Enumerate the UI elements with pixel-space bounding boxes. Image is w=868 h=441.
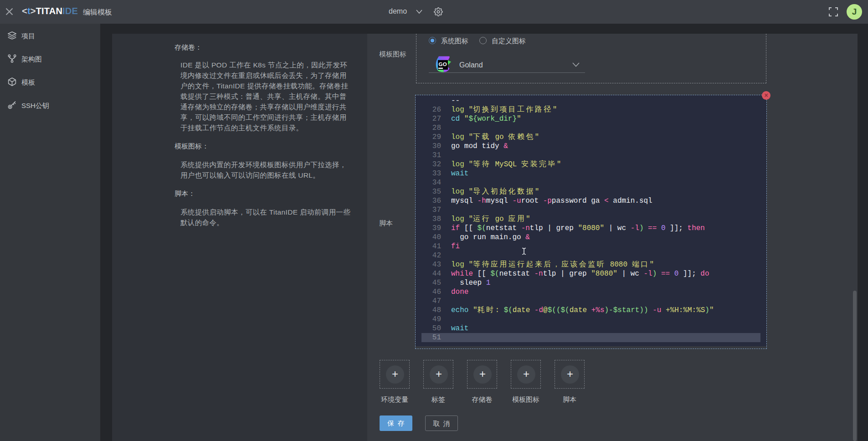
svg-text:GO: GO [439, 62, 447, 67]
